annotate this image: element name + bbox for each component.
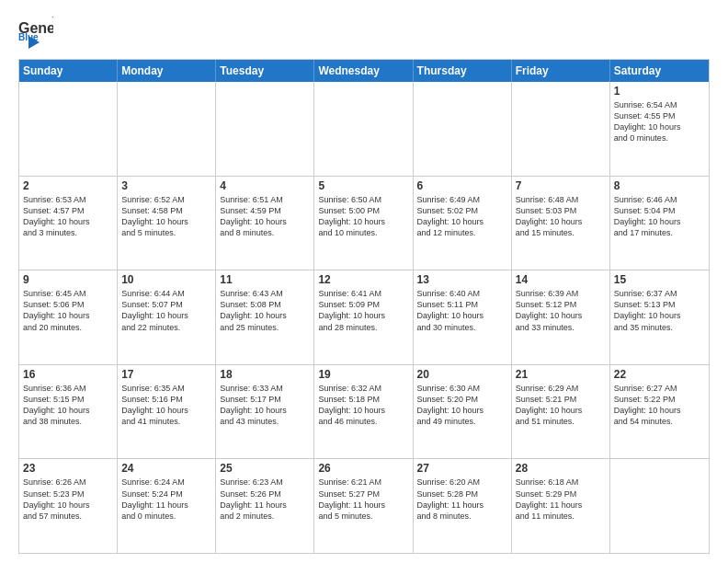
day-cell-24: 24Sunrise: 6:24 AM Sunset: 5:24 PM Dayli… [118,459,216,553]
day-cell-14: 14Sunrise: 6:39 AM Sunset: 5:12 PM Dayli… [512,270,610,364]
calendar-header: SundayMondayTuesdayWednesdayThursdayFrid… [19,60,709,82]
header: General Blue [18,17,710,50]
day-number: 17 [121,368,211,381]
day-cell-21: 21Sunrise: 6:29 AM Sunset: 5:21 PM Dayli… [512,365,610,459]
day-cell-15: 15Sunrise: 6:37 AM Sunset: 5:13 PM Dayli… [610,270,709,364]
day-info: Sunrise: 6:32 AM Sunset: 5:18 PM Dayligh… [318,383,408,428]
logo: General Blue [18,17,53,50]
day-number: 8 [614,179,705,192]
calendar-body: 1Sunrise: 6:54 AM Sunset: 4:55 PM Daylig… [19,82,709,553]
day-info: Sunrise: 6:49 AM Sunset: 5:02 PM Dayligh… [417,194,507,239]
day-number: 10 [121,273,211,286]
day-cell-23: 23Sunrise: 6:26 AM Sunset: 5:23 PM Dayli… [19,459,118,553]
day-number: 9 [23,273,113,286]
day-number: 12 [318,273,408,286]
svg-marker-2 [51,17,53,18]
day-cell-11: 11Sunrise: 6:43 AM Sunset: 5:08 PM Dayli… [216,270,314,364]
day-number: 3 [121,179,211,192]
day-info: Sunrise: 6:45 AM Sunset: 5:06 PM Dayligh… [23,288,113,333]
calendar-page: General Blue SundayMondayTuesdayWednesda… [0,0,728,563]
empty-cell-r0-c2 [216,82,314,176]
day-cell-20: 20Sunrise: 6:30 AM Sunset: 5:20 PM Dayli… [414,365,512,459]
day-cell-1: 1Sunrise: 6:54 AM Sunset: 4:55 PM Daylig… [610,82,709,176]
day-cell-4: 4Sunrise: 6:51 AM Sunset: 4:59 PM Daylig… [216,177,314,270]
day-number: 26 [318,462,408,475]
day-number: 7 [516,179,606,192]
day-cell-18: 18Sunrise: 6:33 AM Sunset: 5:17 PM Dayli… [216,365,314,459]
day-number: 25 [220,462,310,475]
day-info: Sunrise: 6:51 AM Sunset: 4:59 PM Dayligh… [220,194,310,239]
logo-flag-icon [19,35,40,50]
day-cell-3: 3Sunrise: 6:52 AM Sunset: 4:58 PM Daylig… [118,177,216,270]
day-number: 28 [516,462,606,475]
day-number: 18 [220,368,310,381]
day-number: 23 [23,462,113,475]
day-info: Sunrise: 6:29 AM Sunset: 5:21 PM Dayligh… [516,383,606,428]
day-number: 11 [220,273,310,286]
day-info: Sunrise: 6:50 AM Sunset: 5:00 PM Dayligh… [318,194,408,239]
weekday-header-thursday: Thursday [414,60,512,82]
day-info: Sunrise: 6:36 AM Sunset: 5:15 PM Dayligh… [23,383,113,428]
day-cell-27: 27Sunrise: 6:20 AM Sunset: 5:28 PM Dayli… [414,459,512,553]
day-info: Sunrise: 6:26 AM Sunset: 5:23 PM Dayligh… [23,477,113,522]
day-info: Sunrise: 6:23 AM Sunset: 5:26 PM Dayligh… [220,477,310,522]
day-number: 16 [23,368,113,381]
day-info: Sunrise: 6:43 AM Sunset: 5:08 PM Dayligh… [220,288,310,333]
day-info: Sunrise: 6:30 AM Sunset: 5:20 PM Dayligh… [417,383,507,428]
empty-cell-r4-c6 [610,459,709,553]
calendar: SundayMondayTuesdayWednesdayThursdayFrid… [18,59,710,554]
day-cell-2: 2Sunrise: 6:53 AM Sunset: 4:57 PM Daylig… [19,177,118,270]
day-number: 22 [614,368,705,381]
calendar-row-2: 2Sunrise: 6:53 AM Sunset: 4:57 PM Daylig… [19,176,709,270]
day-cell-26: 26Sunrise: 6:21 AM Sunset: 5:27 PM Dayli… [314,459,413,553]
day-info: Sunrise: 6:39 AM Sunset: 5:12 PM Dayligh… [516,288,606,333]
day-cell-5: 5Sunrise: 6:50 AM Sunset: 5:00 PM Daylig… [314,177,413,270]
day-info: Sunrise: 6:48 AM Sunset: 5:03 PM Dayligh… [516,194,606,239]
day-number: 4 [220,179,310,192]
empty-cell-r0-c1 [118,82,216,176]
weekday-header-tuesday: Tuesday [216,60,314,82]
day-cell-10: 10Sunrise: 6:44 AM Sunset: 5:07 PM Dayli… [118,270,216,364]
day-info: Sunrise: 6:40 AM Sunset: 5:11 PM Dayligh… [417,288,507,333]
day-info: Sunrise: 6:37 AM Sunset: 5:13 PM Dayligh… [614,288,705,333]
weekday-header-sunday: Sunday [19,60,118,82]
calendar-row-4: 16Sunrise: 6:36 AM Sunset: 5:15 PM Dayli… [19,364,709,459]
empty-cell-r0-c0 [19,82,118,176]
day-number: 2 [23,179,113,192]
day-cell-19: 19Sunrise: 6:32 AM Sunset: 5:18 PM Dayli… [314,365,413,459]
day-info: Sunrise: 6:53 AM Sunset: 4:57 PM Dayligh… [23,194,113,239]
day-number: 27 [417,462,507,475]
day-cell-25: 25Sunrise: 6:23 AM Sunset: 5:26 PM Dayli… [216,459,314,553]
day-info: Sunrise: 6:52 AM Sunset: 4:58 PM Dayligh… [121,194,211,239]
calendar-row-5: 23Sunrise: 6:26 AM Sunset: 5:23 PM Dayli… [19,458,709,553]
day-info: Sunrise: 6:46 AM Sunset: 5:04 PM Dayligh… [614,194,705,239]
weekday-header-wednesday: Wednesday [314,60,413,82]
day-number: 14 [516,273,606,286]
weekday-header-friday: Friday [512,60,610,82]
day-number: 6 [417,179,507,192]
day-info: Sunrise: 6:21 AM Sunset: 5:27 PM Dayligh… [318,477,408,522]
day-cell-12: 12Sunrise: 6:41 AM Sunset: 5:09 PM Dayli… [314,270,413,364]
day-number: 5 [318,179,408,192]
day-number: 1 [614,85,705,98]
day-cell-16: 16Sunrise: 6:36 AM Sunset: 5:15 PM Dayli… [19,365,118,459]
day-info: Sunrise: 6:54 AM Sunset: 4:55 PM Dayligh… [614,99,705,144]
day-cell-17: 17Sunrise: 6:35 AM Sunset: 5:16 PM Dayli… [118,365,216,459]
day-number: 24 [121,462,211,475]
weekday-header-monday: Monday [118,60,216,82]
day-number: 19 [318,368,408,381]
day-number: 13 [417,273,507,286]
empty-cell-r0-c4 [414,82,512,176]
calendar-row-1: 1Sunrise: 6:54 AM Sunset: 4:55 PM Daylig… [19,82,709,176]
day-number: 20 [417,368,507,381]
day-cell-9: 9Sunrise: 6:45 AM Sunset: 5:06 PM Daylig… [19,270,118,364]
weekday-header-saturday: Saturday [610,60,709,82]
day-cell-28: 28Sunrise: 6:18 AM Sunset: 5:29 PM Dayli… [512,459,610,553]
day-info: Sunrise: 6:35 AM Sunset: 5:16 PM Dayligh… [121,383,211,428]
day-cell-22: 22Sunrise: 6:27 AM Sunset: 5:22 PM Dayli… [610,365,709,459]
calendar-row-3: 9Sunrise: 6:45 AM Sunset: 5:06 PM Daylig… [19,270,709,364]
day-cell-13: 13Sunrise: 6:40 AM Sunset: 5:11 PM Dayli… [414,270,512,364]
day-info: Sunrise: 6:20 AM Sunset: 5:28 PM Dayligh… [417,477,507,522]
empty-cell-r0-c5 [512,82,610,176]
day-info: Sunrise: 6:18 AM Sunset: 5:29 PM Dayligh… [516,477,606,522]
